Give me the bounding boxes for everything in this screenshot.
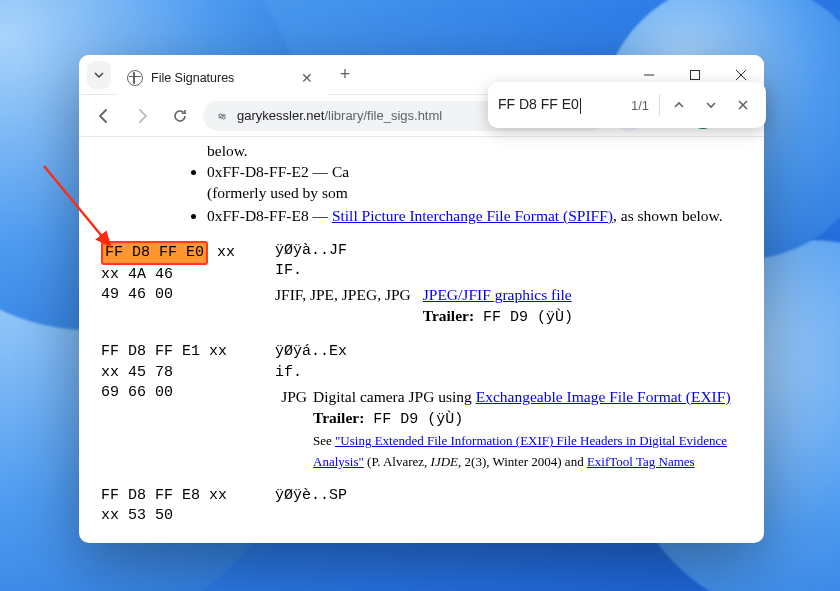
signature-row: FF D8 FF E8 xx xx 53 50 ÿØÿè..SP xyxy=(97,486,746,527)
svg-point-4 xyxy=(219,113,222,116)
extensions: JFIF, JPE, JPEG, JPG xyxy=(275,285,417,328)
find-next-button[interactable] xyxy=(698,92,724,118)
url-text: garykessler.net/library/file_sigs.html xyxy=(237,108,442,123)
text-fragment: below. xyxy=(97,141,746,162)
highlighted-match: FF D8 FF E0 xyxy=(101,241,208,265)
list-item: 0xFF-D8-FF-E2 — Ca (formerly used by som xyxy=(207,162,746,204)
site-settings-icon xyxy=(215,109,229,123)
trailer-label: Trailer: xyxy=(423,307,474,324)
exiftool-link[interactable]: ExifTool Tag Names xyxy=(587,454,695,469)
ascii-repr: ÿØÿà..JF IF. xyxy=(275,241,746,282)
svg-point-5 xyxy=(222,116,225,119)
signature-row: FF D8 FF E0 xx xx 4A 46 49 46 00 ÿØÿà..J… xyxy=(97,241,746,329)
hex-bytes: FF D8 FF E0 xx xx 4A 46 49 46 00 xyxy=(97,241,257,329)
trailer-value: FF D9 (ÿÙ) xyxy=(364,411,463,428)
hex-bytes: FF D8 FF E1 xx xx 45 78 69 66 00 xyxy=(97,342,257,472)
tab-search-button[interactable] xyxy=(87,61,111,89)
exif-link[interactable]: Exchangeable Image File Format (EXIF) xyxy=(476,388,731,405)
spiff-link[interactable]: Still Picture Interchange File Format (S… xyxy=(332,207,613,224)
globe-icon xyxy=(127,70,143,86)
signature-row: FF D8 FF E1 xx xx 45 78 69 66 00 ÿØÿá..E… xyxy=(97,342,746,472)
tab-close-button[interactable]: ✕ xyxy=(297,68,317,88)
jpeg-jfif-link[interactable]: JPEG/JFIF graphics file xyxy=(423,286,572,303)
tab-title: File Signatures xyxy=(151,71,289,85)
list-item: 0xFF-D8-FF-E8 — Still Picture Interchang… xyxy=(207,206,746,227)
back-button[interactable] xyxy=(89,101,119,131)
new-tab-button[interactable]: + xyxy=(331,61,359,89)
page-content[interactable]: below. 0xFF-D8-FF-E2 — Ca (formerly used… xyxy=(79,137,764,543)
browser-window: File Signatures ✕ + garykessler.net/libr… xyxy=(79,55,764,543)
hex-bytes: FF D8 FF E8 xx xx 53 50 xyxy=(97,486,257,527)
find-close-button[interactable] xyxy=(730,92,756,118)
ascii-repr: ÿØÿá..Ex if. xyxy=(275,342,746,383)
trailer-value: FF D9 (ÿÙ) xyxy=(474,309,573,326)
forward-button[interactable] xyxy=(127,101,157,131)
find-input[interactable]: FF D8 FF E0 xyxy=(498,96,625,113)
reload-button[interactable] xyxy=(165,101,195,131)
find-bar: FF D8 FF E0 1/1 xyxy=(488,82,766,128)
trailer-label: Trailer: xyxy=(313,409,364,426)
browser-tab[interactable]: File Signatures ✕ xyxy=(117,61,327,95)
ascii-repr: ÿØÿè..SP xyxy=(275,486,746,506)
find-prev-button[interactable] xyxy=(666,92,692,118)
svg-rect-1 xyxy=(691,70,700,79)
find-count: 1/1 xyxy=(631,98,649,113)
extensions: JPG xyxy=(275,387,307,472)
